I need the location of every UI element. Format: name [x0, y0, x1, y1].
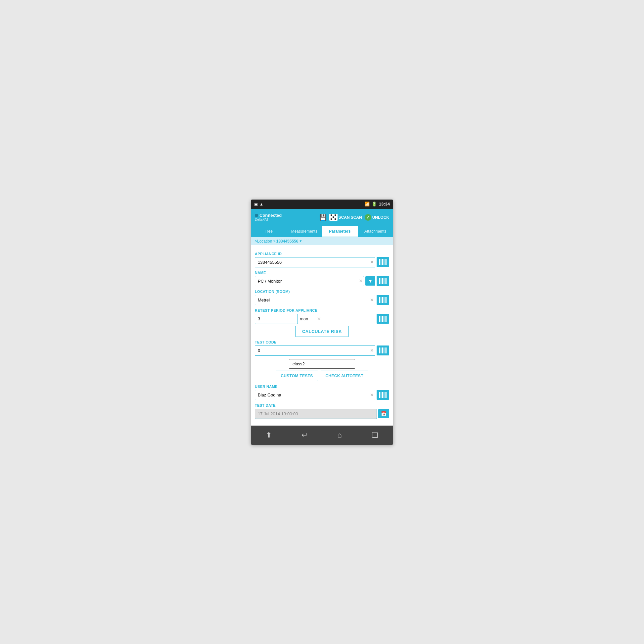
scan-label: SCAN: [339, 215, 350, 220]
breadcrumb: >Location > 1334455556 ▼: [251, 237, 393, 245]
username-input[interactable]: [255, 390, 369, 400]
appliance-id-barcode-btn[interactable]: [377, 257, 389, 267]
name-input[interactable]: [255, 276, 358, 286]
custom-tests-button[interactable]: CUSTOM TESTS: [276, 371, 318, 381]
battery-icon: 🔋: [372, 202, 377, 207]
form-content: APPLIANCE ID ✕ NAME ✕: [251, 245, 393, 422]
nav-back-btn[interactable]: ↩: [298, 430, 311, 441]
logo-top: Connected: [259, 213, 282, 218]
app-header: Connected DeltaPAT 💾 SCAN SCAN ✓ UNLOC: [251, 209, 393, 226]
logo-bottom: DeltaPAT: [255, 218, 282, 221]
location-label: LOCATION (ROOM): [255, 290, 389, 294]
nav-house-btn[interactable]: ⌂: [334, 430, 345, 441]
username-clear[interactable]: ✕: [369, 392, 375, 397]
breadcrumb-arrow: ▼: [299, 239, 302, 243]
location-row: ✕: [255, 295, 389, 305]
qr-icon: [329, 214, 338, 221]
logo-dot: [255, 214, 258, 217]
unlock-button[interactable]: ✓ UNLOCK: [365, 214, 389, 221]
test-date-row: 📅: [255, 409, 389, 419]
barcode-icon-4: [379, 316, 387, 322]
test-buttons-row: CUSTOM TESTS CHECK AUTOTEST: [255, 371, 389, 381]
barcode-icon-5: [379, 347, 387, 353]
name-label: NAME: [255, 271, 389, 275]
tab-bar: Tree Measurements Parameters Attachments: [251, 226, 393, 237]
name-clear[interactable]: ✕: [358, 278, 364, 284]
test-code-clear[interactable]: ✕: [369, 348, 375, 353]
barcode-icon-6: [379, 392, 387, 398]
nav-recent-btn[interactable]: ❏: [368, 430, 382, 441]
location-clear[interactable]: ✕: [369, 297, 375, 302]
tab-attachments[interactable]: Attachments: [358, 226, 393, 237]
status-bar: ▣ ▲ 📶 🔋 13:34: [251, 200, 393, 209]
name-barcode-btn[interactable]: [377, 276, 389, 286]
test-code-row: ✕: [255, 345, 389, 356]
name-dropdown-btn[interactable]: ▼: [365, 276, 375, 286]
status-left-icons: ▣ ▲: [254, 202, 263, 207]
calculate-risk-button[interactable]: CALCULATE RISK: [295, 326, 349, 337]
test-date-input: [255, 409, 377, 419]
check-autotest-button[interactable]: CHECK AUTOTEST: [321, 371, 368, 381]
name-row: ✕ ▼: [255, 276, 389, 286]
class-input[interactable]: [289, 359, 355, 369]
test-code-input[interactable]: [255, 346, 369, 355]
appliance-id-input-wrapper: ✕: [255, 257, 375, 267]
retest-barcode-btn[interactable]: [377, 314, 389, 324]
save-icon[interactable]: 💾: [319, 214, 327, 221]
test-date-calendar-btn[interactable]: 📅: [378, 409, 389, 418]
appliance-id-input[interactable]: [255, 257, 369, 267]
appliance-id-row: ✕: [255, 257, 389, 267]
unlock-label: UNLOCK: [372, 215, 389, 220]
breadcrumb-id: 1334455556: [276, 239, 299, 244]
retest-row: ✕ mon: [255, 314, 389, 324]
breadcrumb-text: >Location >: [255, 239, 276, 244]
app-logo: Connected DeltaPAT: [255, 213, 282, 221]
class-input-row: [255, 358, 389, 369]
username-label: USER NAME: [255, 385, 389, 389]
username-input-wrapper: ✕: [255, 390, 375, 400]
appliance-id-clear[interactable]: ✕: [369, 259, 375, 265]
retest-input-wrapper: ✕: [255, 314, 298, 324]
location-input-wrapper: ✕: [255, 295, 375, 305]
tab-tree[interactable]: Tree: [251, 226, 287, 237]
photo-icon: ▣: [254, 202, 258, 207]
test-code-label: TEST CODE: [255, 340, 389, 344]
retest-label: RETEST PERIOD FOR APPLIANCE: [255, 308, 389, 312]
bottom-nav: ⬆ ↩ ⌂ ❏: [251, 426, 393, 445]
username-row: ✕: [255, 390, 389, 400]
status-time: 13:34: [379, 202, 390, 207]
alert-icon: ▲: [259, 202, 263, 207]
test-code-barcode-btn[interactable]: [377, 345, 389, 355]
unlock-check-icon: ✓: [365, 214, 371, 221]
username-barcode-btn[interactable]: [377, 390, 389, 400]
header-actions: 💾 SCAN SCAN ✓ UNLOCK: [319, 214, 389, 221]
tab-measurements[interactable]: Measurements: [287, 226, 322, 237]
barcode-icon-3: [379, 297, 387, 303]
appliance-id-label: APPLIANCE ID: [255, 252, 389, 256]
barcode-icon: [379, 259, 387, 265]
wifi-icon: 📶: [364, 202, 370, 207]
nav-home-btn[interactable]: ⬆: [262, 430, 275, 441]
scan-text: SCAN: [351, 215, 362, 220]
scan-button[interactable]: SCAN SCAN: [329, 214, 362, 221]
location-barcode-btn[interactable]: [377, 295, 389, 305]
test-code-input-wrapper: ✕: [255, 345, 375, 356]
location-input[interactable]: [255, 295, 369, 305]
test-date-label: TEST DATE: [255, 403, 389, 407]
calc-risk-row: CALCULATE RISK: [255, 326, 389, 337]
retest-unit: mon: [300, 316, 375, 321]
status-right-info: 📶 🔋 13:34: [364, 202, 390, 207]
tab-parameters[interactable]: Parameters: [322, 226, 358, 237]
name-input-wrapper: ✕: [255, 276, 364, 286]
barcode-icon-2: [379, 278, 387, 284]
